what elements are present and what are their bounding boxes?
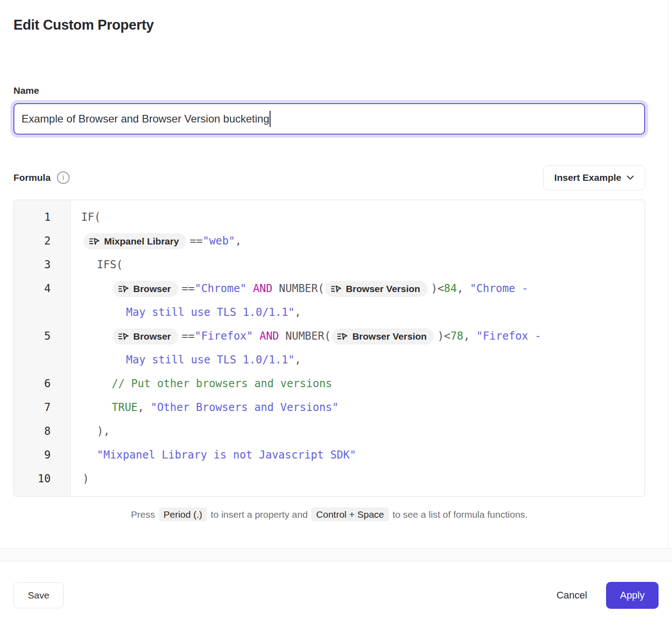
chip-label: Browser Version	[352, 330, 427, 342]
name-label: Name	[13, 85, 645, 96]
token-plain: IF(	[81, 211, 100, 223]
token-string: "Firefox"	[195, 330, 253, 342]
token-plain	[247, 282, 253, 295]
property-chip[interactable]: Mixpanel Library	[83, 233, 186, 249]
token-plain: NUMBER(	[279, 330, 331, 342]
key-badge-control-space: Control + Space	[311, 507, 389, 521]
token-string: "Firefox -	[476, 330, 541, 342]
formula-hint: PressPeriod (.)to insert a property andC…	[13, 508, 645, 521]
apply-button[interactable]: Apply	[606, 582, 659, 609]
token-op: <	[444, 330, 450, 342]
event-property-icon	[331, 284, 341, 294]
token-plain: ,	[235, 235, 241, 247]
code-text[interactable]: // Put other browsers and versions	[70, 372, 645, 396]
page-title: Edit Custom Property	[13, 17, 645, 33]
hint-tail: to see a list of formula functions.	[393, 509, 528, 520]
token-plain: ,	[295, 354, 301, 366]
token-op: <	[437, 282, 444, 295]
save-button[interactable]: Save	[13, 582, 64, 608]
dialog-body: Edit Custom Property Name Example of Bro…	[0, 0, 672, 549]
chevron-down-icon	[627, 175, 634, 180]
code-text[interactable]: Browser=="Chrome" AND NUMBER(Browser Ver…	[70, 277, 645, 324]
token-plain: ,	[295, 306, 301, 319]
hint-press: Press	[131, 509, 155, 520]
token-string: "Mixpanel Library is not Javascript SDK"	[97, 449, 356, 461]
line-number: 5	[14, 324, 70, 372]
chip-label: Mixpanel Library	[104, 235, 179, 247]
chip-label: Browser	[133, 330, 171, 342]
code-line: 5Browser=="Firefox" AND NUMBER(Browser V…	[14, 324, 645, 372]
insert-example-button[interactable]: Insert Example	[543, 165, 645, 190]
formula-label: Formula	[13, 172, 51, 183]
token-op: ==	[190, 235, 203, 247]
hint-middle: to insert a property and	[211, 509, 308, 520]
line-number: 8	[14, 419, 70, 443]
code-text[interactable]: Mixpanel Library=="web",	[70, 229, 645, 253]
formula-editor-lines: 1IF(2Mixpanel Library=="web",3IFS(4Brows…	[14, 205, 645, 491]
token-plain: ),	[97, 425, 110, 437]
cancel-button[interactable]: Cancel	[556, 590, 587, 601]
formula-editor[interactable]: 1IF(2Mixpanel Library=="web",3IFS(4Brows…	[13, 200, 645, 497]
chip-label: Browser	[133, 283, 171, 295]
code-text[interactable]: TRUE, "Other Browsers and Versions"	[70, 396, 645, 419]
event-property-icon	[118, 332, 129, 341]
line-number: 1	[14, 205, 70, 229]
token-plain: ,	[457, 282, 470, 295]
code-line: 9"Mixpanel Library is not Javascript SDK…	[14, 443, 645, 467]
token-bool: TRUE	[112, 401, 138, 414]
line-number: 7	[14, 396, 70, 419]
footer-divider-strip	[0, 549, 672, 561]
token-string: "Other Browsers and Versions"	[151, 401, 339, 414]
token-string: May still use TLS 1.0/1.1"	[126, 306, 295, 319]
token-kw: AND	[253, 282, 272, 295]
code-text[interactable]: IF(	[70, 205, 645, 229]
token-string: May still use TLS 1.0/1.1"	[126, 354, 295, 366]
code-line: 2Mixpanel Library=="web",	[14, 229, 645, 253]
code-line: 6// Put other browsers and versions	[14, 372, 645, 396]
code-text[interactable]: ),	[70, 419, 645, 443]
event-property-icon	[89, 236, 100, 246]
token-string: "Chrome -	[470, 282, 528, 295]
property-chip[interactable]: Browser Version	[332, 328, 434, 344]
line-number: 3	[14, 253, 70, 277]
token-num: 84	[444, 282, 457, 295]
code-line: 3IFS(	[14, 253, 645, 277]
code-text[interactable]: Browser=="Firefox" AND NUMBER(Browser Ve…	[70, 324, 645, 372]
code-line: 1IF(	[14, 205, 645, 229]
token-plain: IFS(	[97, 258, 123, 271]
line-number: 6	[14, 372, 70, 396]
text-caret	[270, 111, 271, 127]
token-plain	[253, 330, 259, 342]
scrollbar-track[interactable]	[668, 0, 668, 548]
property-chip[interactable]: Browser	[113, 328, 178, 344]
code-line: 4Browser=="Chrome" AND NUMBER(Browser Ve…	[14, 277, 645, 324]
event-property-icon	[118, 284, 129, 294]
code-text[interactable]: )	[70, 467, 645, 491]
code-text[interactable]: IFS(	[70, 253, 645, 277]
token-plain: ,	[463, 330, 476, 342]
code-text[interactable]: "Mixpanel Library is not Javascript SDK"	[70, 443, 645, 467]
name-input-value: Example of Browser and Browser Version b…	[22, 113, 269, 125]
token-string: "web"	[203, 235, 235, 247]
token-op: ==	[182, 330, 195, 342]
key-badge-period: Period (.)	[159, 507, 207, 521]
property-chip[interactable]: Browser	[113, 281, 178, 297]
name-input[interactable]: Example of Browser and Browser Version b…	[13, 103, 645, 135]
chip-label: Browser Version	[346, 283, 420, 295]
line-number: 10	[14, 467, 70, 491]
token-string: "Chrome"	[195, 282, 247, 295]
token-plain: ,	[138, 401, 151, 414]
token-kw: AND	[259, 330, 279, 342]
line-number: 2	[14, 229, 70, 253]
code-line: 8),	[14, 419, 645, 443]
line-number: 4	[14, 277, 70, 324]
info-icon[interactable]: i	[57, 171, 70, 184]
token-plain: NUMBER(	[272, 282, 324, 295]
insert-example-label: Insert Example	[554, 172, 621, 183]
token-num: 78	[450, 330, 463, 342]
property-chip[interactable]: Browser Version	[325, 281, 428, 297]
token-comment: // Put other browsers and versions	[112, 377, 332, 390]
event-property-icon	[337, 332, 348, 341]
code-line: 10)	[14, 467, 645, 491]
token-plain: )	[83, 472, 89, 485]
